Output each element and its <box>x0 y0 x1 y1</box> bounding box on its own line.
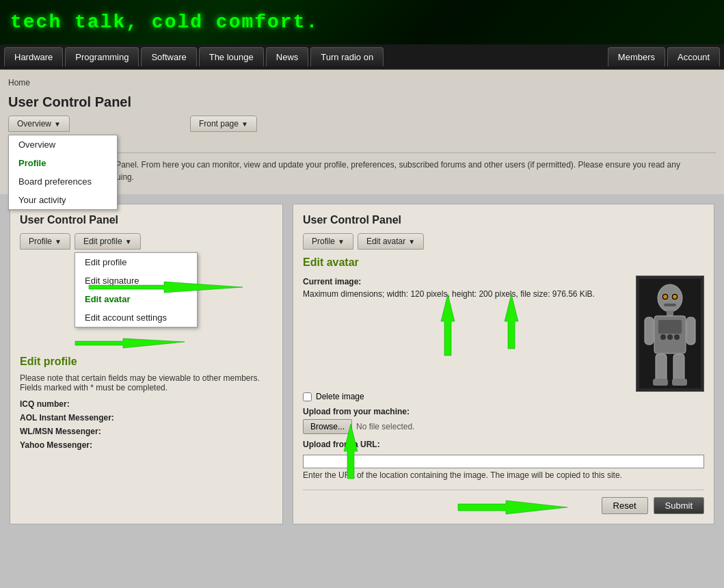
right-ep-tabs: Profile ▼ Edit avatar ▼ <box>303 233 704 250</box>
image-dimensions-info: Maximum dimensions; width: 120 pixels, h… <box>303 289 595 299</box>
svg-rect-20 <box>653 379 668 386</box>
breadcrumb[interactable]: Home <box>8 75 716 90</box>
two-panel-section: User Control Panel Profile ▼ Edit profil… <box>0 204 724 534</box>
tab-edit-profile[interactable]: Edit profile ▼ <box>75 233 141 250</box>
nav-account[interactable]: Account <box>667 47 720 66</box>
svg-point-7 <box>663 295 667 299</box>
tab-profile-right[interactable]: Profile ▼ <box>303 233 353 250</box>
upload-machine-row: Upload from your machine: Browse... No f… <box>303 407 704 434</box>
svg-point-13 <box>660 334 666 340</box>
nav-members[interactable]: Members <box>608 47 665 66</box>
dropdown-profile[interactable]: Profile <box>9 154 117 172</box>
form-row-icq: ICQ number: <box>20 399 273 409</box>
delete-image-checkbox[interactable] <box>303 392 312 401</box>
icq-label: ICQ number: <box>20 399 122 409</box>
chevron-down-icon: ▼ <box>54 120 61 128</box>
tab-frontpage[interactable]: Front page ▼ <box>190 116 257 132</box>
svg-rect-12 <box>658 320 682 334</box>
dropdown-edit-profile[interactable]: Edit profile <box>75 253 197 271</box>
tab-edit-avatar[interactable]: Edit avatar ▼ <box>358 233 424 250</box>
svg-rect-18 <box>656 354 667 382</box>
edit-avatar-title: Edit avatar <box>303 256 704 269</box>
tab-overview[interactable]: Overview ▼ <box>8 116 70 132</box>
edit-profile-title: Edit profile <box>20 356 273 368</box>
dropdown-board-prefs[interactable]: Board preferences <box>9 172 117 191</box>
svg-point-14 <box>667 334 673 340</box>
dropdown-edit-avatar[interactable]: Edit avatar <box>75 290 197 308</box>
nav-radio[interactable]: Turn radio on <box>310 47 384 66</box>
dropdown-activity[interactable]: Your activity <box>9 191 117 209</box>
chevron-down-icon-3: ▼ <box>55 238 62 245</box>
nav-software[interactable]: Software <box>141 47 196 66</box>
avatar-preview <box>636 276 704 392</box>
left-panel: User Control Panel Profile ▼ Edit profil… <box>10 204 283 524</box>
cp-tabs: Overview ▼ Overview Profile Board prefer… <box>8 116 716 132</box>
current-image-label: Current image: <box>303 277 361 286</box>
overview-dropdown: Overview Profile Board preferences Your … <box>8 135 118 210</box>
left-panel-title: User Control Panel <box>20 214 273 226</box>
msn-label: WL/MSN Messenger: <box>20 427 122 436</box>
svg-rect-9 <box>664 304 676 306</box>
form-row-msn: WL/MSN Messenger: <box>20 427 273 436</box>
form-row-yahoo: Yahoo Messenger: <box>20 440 273 450</box>
upload-controls: Browse... No file selected. <box>303 419 704 434</box>
svg-point-4 <box>658 284 682 312</box>
dropdown-edit-account[interactable]: Edit account settings <box>75 308 197 327</box>
nav-news[interactable]: News <box>266 47 309 66</box>
banner-title: tech talk, cold comfort. <box>0 5 329 40</box>
ep-note: Please note that certain fields may be v… <box>20 373 273 392</box>
delete-row: Delete image <box>303 392 704 401</box>
svg-rect-17 <box>686 317 695 345</box>
header-banner: tech talk, cold comfort. <box>0 0 724 44</box>
tab-profile-left[interactable]: Profile ▼ <box>20 233 70 250</box>
top-panel: Home User Control Panel Overview ▼ Overv… <box>0 70 724 194</box>
dropdown-edit-signature[interactable]: Edit signature <box>75 271 197 290</box>
url-desc: Enter the URL of the location containing… <box>303 470 704 480</box>
chevron-down-icon-5: ▼ <box>338 238 345 245</box>
svg-rect-16 <box>645 317 654 345</box>
url-input[interactable] <box>303 455 704 468</box>
browse-button[interactable]: Browse... <box>303 419 352 434</box>
delete-image-label[interactable]: Delete image <box>316 392 364 401</box>
form-row-aol: AOL Instant Messenger: <box>20 413 273 423</box>
upload-url-row: Upload from a URL: Enter the URL of the … <box>303 440 704 480</box>
yahoo-label: Yahoo Messenger: <box>20 440 122 450</box>
aol-label: AOL Instant Messenger: <box>20 413 122 423</box>
chevron-down-icon-6: ▼ <box>408 238 415 245</box>
chevron-down-icon-4: ▼ <box>125 238 132 245</box>
nav-lounge[interactable]: The lounge <box>199 47 264 66</box>
avatar-image <box>636 276 704 392</box>
chevron-down-icon-2: ▼ <box>241 120 248 128</box>
upload-url-label: Upload from a URL: <box>303 440 704 449</box>
upload-machine-label: Upload from your machine: <box>303 407 704 416</box>
nav-hardware[interactable]: Hardware <box>4 47 63 66</box>
dropdown-overview[interactable]: Overview <box>9 135 117 154</box>
form-buttons: Reset Submit <box>303 490 704 514</box>
right-panel: User Control Panel Profile ▼ Edit avatar… <box>293 204 714 524</box>
svg-point-8 <box>673 295 677 299</box>
submit-button[interactable]: Submit <box>654 497 704 514</box>
right-panel-title: User Control Panel <box>303 214 704 226</box>
reset-button[interactable]: Reset <box>602 497 648 514</box>
file-status: No file selected. <box>356 422 414 431</box>
navbar: Hardware Programming Software The lounge… <box>0 44 724 70</box>
svg-rect-10 <box>667 310 673 316</box>
edit-profile-dropdown: Edit profile Edit signature Edit avatar … <box>75 252 198 328</box>
svg-rect-19 <box>673 354 684 382</box>
svg-rect-21 <box>672 379 687 386</box>
nav-programming[interactable]: Programming <box>65 47 139 66</box>
page-title: User Control Panel <box>8 94 716 110</box>
robot-svg <box>639 279 701 388</box>
svg-point-15 <box>674 334 680 340</box>
ep-tabs: Profile ▼ Edit profile ▼ Edit profile Ed… <box>20 233 273 250</box>
